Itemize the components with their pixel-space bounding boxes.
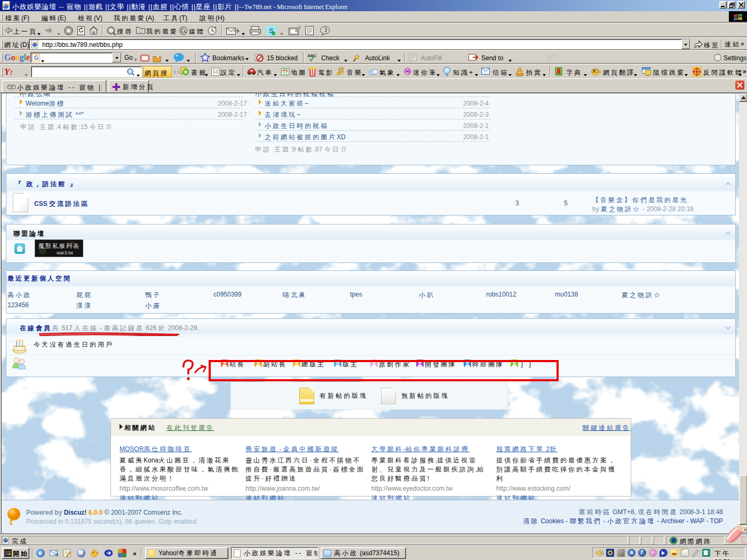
svg-text:ABC: ABC bbox=[307, 53, 317, 58]
svg-text:y: y bbox=[406, 71, 408, 74]
svg-text:魔獸私服列表: 魔獸私服列表 bbox=[38, 243, 80, 249]
svg-text:war3.tw: war3.tw bbox=[56, 250, 74, 255]
svg-text:”: ” bbox=[176, 54, 178, 60]
